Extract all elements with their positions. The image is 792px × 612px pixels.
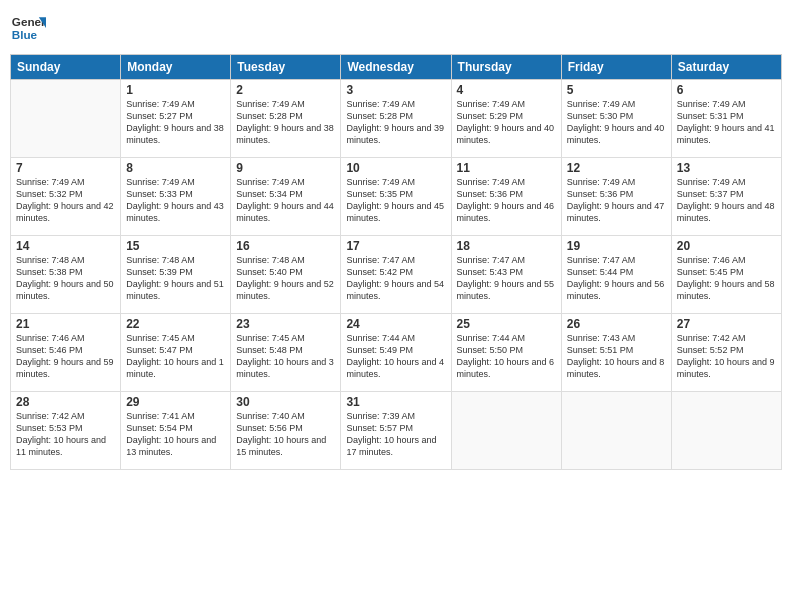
day-cell: 25Sunrise: 7:44 AMSunset: 5:50 PMDayligh…: [451, 314, 561, 392]
day-cell: 26Sunrise: 7:43 AMSunset: 5:51 PMDayligh…: [561, 314, 671, 392]
day-cell: [451, 392, 561, 470]
day-number: 11: [457, 161, 556, 175]
logo: General Blue: [10, 10, 46, 46]
day-info: Sunrise: 7:49 AMSunset: 5:28 PMDaylight:…: [236, 98, 335, 147]
header-row: SundayMondayTuesdayWednesdayThursdayFrid…: [11, 55, 782, 80]
day-cell: 1Sunrise: 7:49 AMSunset: 5:27 PMDaylight…: [121, 80, 231, 158]
day-number: 9: [236, 161, 335, 175]
day-cell: 14Sunrise: 7:48 AMSunset: 5:38 PMDayligh…: [11, 236, 121, 314]
week-row-1: 7Sunrise: 7:49 AMSunset: 5:32 PMDaylight…: [11, 158, 782, 236]
day-cell: 22Sunrise: 7:45 AMSunset: 5:47 PMDayligh…: [121, 314, 231, 392]
day-info: Sunrise: 7:49 AMSunset: 5:34 PMDaylight:…: [236, 176, 335, 225]
day-number: 19: [567, 239, 666, 253]
col-header-saturday: Saturday: [671, 55, 781, 80]
day-info: Sunrise: 7:48 AMSunset: 5:39 PMDaylight:…: [126, 254, 225, 303]
day-info: Sunrise: 7:47 AMSunset: 5:42 PMDaylight:…: [346, 254, 445, 303]
day-number: 31: [346, 395, 445, 409]
day-number: 14: [16, 239, 115, 253]
day-info: Sunrise: 7:44 AMSunset: 5:49 PMDaylight:…: [346, 332, 445, 381]
day-info: Sunrise: 7:39 AMSunset: 5:57 PMDaylight:…: [346, 410, 445, 459]
day-info: Sunrise: 7:49 AMSunset: 5:30 PMDaylight:…: [567, 98, 666, 147]
calendar-table: SundayMondayTuesdayWednesdayThursdayFrid…: [10, 54, 782, 470]
col-header-thursday: Thursday: [451, 55, 561, 80]
logo-icon: General Blue: [10, 10, 46, 46]
day-cell: 30Sunrise: 7:40 AMSunset: 5:56 PMDayligh…: [231, 392, 341, 470]
day-number: 6: [677, 83, 776, 97]
day-number: 3: [346, 83, 445, 97]
day-info: Sunrise: 7:49 AMSunset: 5:28 PMDaylight:…: [346, 98, 445, 147]
day-number: 25: [457, 317, 556, 331]
svg-text:General: General: [12, 15, 46, 28]
day-cell: 31Sunrise: 7:39 AMSunset: 5:57 PMDayligh…: [341, 392, 451, 470]
day-info: Sunrise: 7:45 AMSunset: 5:47 PMDaylight:…: [126, 332, 225, 381]
day-cell: 27Sunrise: 7:42 AMSunset: 5:52 PMDayligh…: [671, 314, 781, 392]
day-info: Sunrise: 7:48 AMSunset: 5:40 PMDaylight:…: [236, 254, 335, 303]
day-number: 7: [16, 161, 115, 175]
day-number: 18: [457, 239, 556, 253]
col-header-monday: Monday: [121, 55, 231, 80]
day-cell: 7Sunrise: 7:49 AMSunset: 5:32 PMDaylight…: [11, 158, 121, 236]
day-info: Sunrise: 7:40 AMSunset: 5:56 PMDaylight:…: [236, 410, 335, 459]
day-number: 15: [126, 239, 225, 253]
day-cell: 23Sunrise: 7:45 AMSunset: 5:48 PMDayligh…: [231, 314, 341, 392]
svg-text:Blue: Blue: [12, 28, 38, 41]
day-info: Sunrise: 7:49 AMSunset: 5:32 PMDaylight:…: [16, 176, 115, 225]
day-number: 4: [457, 83, 556, 97]
day-number: 24: [346, 317, 445, 331]
day-cell: 8Sunrise: 7:49 AMSunset: 5:33 PMDaylight…: [121, 158, 231, 236]
day-cell: 6Sunrise: 7:49 AMSunset: 5:31 PMDaylight…: [671, 80, 781, 158]
page: General Blue SundayMondayTuesdayWednesda…: [0, 0, 792, 612]
day-number: 20: [677, 239, 776, 253]
day-cell: 19Sunrise: 7:47 AMSunset: 5:44 PMDayligh…: [561, 236, 671, 314]
day-cell: 11Sunrise: 7:49 AMSunset: 5:36 PMDayligh…: [451, 158, 561, 236]
day-cell: [561, 392, 671, 470]
day-cell: 17Sunrise: 7:47 AMSunset: 5:42 PMDayligh…: [341, 236, 451, 314]
day-cell: 28Sunrise: 7:42 AMSunset: 5:53 PMDayligh…: [11, 392, 121, 470]
day-number: 29: [126, 395, 225, 409]
day-cell: [11, 80, 121, 158]
day-cell: 4Sunrise: 7:49 AMSunset: 5:29 PMDaylight…: [451, 80, 561, 158]
day-cell: 29Sunrise: 7:41 AMSunset: 5:54 PMDayligh…: [121, 392, 231, 470]
day-info: Sunrise: 7:41 AMSunset: 5:54 PMDaylight:…: [126, 410, 225, 459]
day-cell: 2Sunrise: 7:49 AMSunset: 5:28 PMDaylight…: [231, 80, 341, 158]
day-info: Sunrise: 7:42 AMSunset: 5:53 PMDaylight:…: [16, 410, 115, 459]
day-cell: 24Sunrise: 7:44 AMSunset: 5:49 PMDayligh…: [341, 314, 451, 392]
day-info: Sunrise: 7:49 AMSunset: 5:27 PMDaylight:…: [126, 98, 225, 147]
col-header-tuesday: Tuesday: [231, 55, 341, 80]
day-cell: 20Sunrise: 7:46 AMSunset: 5:45 PMDayligh…: [671, 236, 781, 314]
day-number: 23: [236, 317, 335, 331]
col-header-wednesday: Wednesday: [341, 55, 451, 80]
day-info: Sunrise: 7:49 AMSunset: 5:36 PMDaylight:…: [457, 176, 556, 225]
day-number: 30: [236, 395, 335, 409]
day-cell: 9Sunrise: 7:49 AMSunset: 5:34 PMDaylight…: [231, 158, 341, 236]
day-info: Sunrise: 7:49 AMSunset: 5:31 PMDaylight:…: [677, 98, 776, 147]
day-info: Sunrise: 7:49 AMSunset: 5:33 PMDaylight:…: [126, 176, 225, 225]
day-number: 1: [126, 83, 225, 97]
day-number: 22: [126, 317, 225, 331]
day-info: Sunrise: 7:43 AMSunset: 5:51 PMDaylight:…: [567, 332, 666, 381]
day-number: 21: [16, 317, 115, 331]
day-info: Sunrise: 7:48 AMSunset: 5:38 PMDaylight:…: [16, 254, 115, 303]
col-header-friday: Friday: [561, 55, 671, 80]
day-number: 26: [567, 317, 666, 331]
day-info: Sunrise: 7:44 AMSunset: 5:50 PMDaylight:…: [457, 332, 556, 381]
col-header-sunday: Sunday: [11, 55, 121, 80]
day-number: 8: [126, 161, 225, 175]
week-row-2: 14Sunrise: 7:48 AMSunset: 5:38 PMDayligh…: [11, 236, 782, 314]
week-row-4: 28Sunrise: 7:42 AMSunset: 5:53 PMDayligh…: [11, 392, 782, 470]
day-number: 17: [346, 239, 445, 253]
header: General Blue: [10, 10, 782, 46]
day-cell: 5Sunrise: 7:49 AMSunset: 5:30 PMDaylight…: [561, 80, 671, 158]
day-cell: [671, 392, 781, 470]
day-cell: 21Sunrise: 7:46 AMSunset: 5:46 PMDayligh…: [11, 314, 121, 392]
day-info: Sunrise: 7:49 AMSunset: 5:29 PMDaylight:…: [457, 98, 556, 147]
day-cell: 15Sunrise: 7:48 AMSunset: 5:39 PMDayligh…: [121, 236, 231, 314]
day-cell: 12Sunrise: 7:49 AMSunset: 5:36 PMDayligh…: [561, 158, 671, 236]
day-info: Sunrise: 7:49 AMSunset: 5:37 PMDaylight:…: [677, 176, 776, 225]
day-cell: 18Sunrise: 7:47 AMSunset: 5:43 PMDayligh…: [451, 236, 561, 314]
day-info: Sunrise: 7:45 AMSunset: 5:48 PMDaylight:…: [236, 332, 335, 381]
day-info: Sunrise: 7:42 AMSunset: 5:52 PMDaylight:…: [677, 332, 776, 381]
day-number: 5: [567, 83, 666, 97]
day-info: Sunrise: 7:46 AMSunset: 5:46 PMDaylight:…: [16, 332, 115, 381]
day-number: 2: [236, 83, 335, 97]
